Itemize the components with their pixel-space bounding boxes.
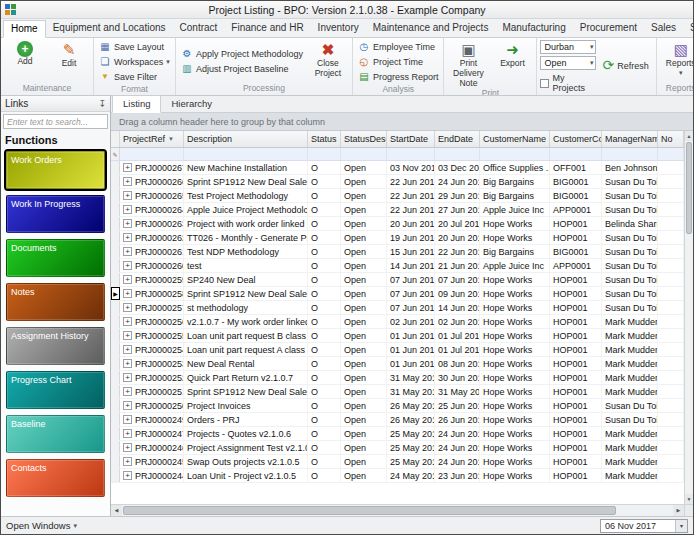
horizontal-scrollbar[interactable]: ◀ ▶ — [111, 504, 693, 516]
sidebar-item-work-orders[interactable]: Work Orders — [6, 151, 105, 189]
save-filter-button[interactable]: ▼ Save Filter — [97, 69, 172, 84]
expand-icon[interactable]: + — [123, 401, 132, 410]
column-header-managername[interactable]: ManagerName — [602, 131, 658, 147]
expand-icon[interactable]: + — [123, 317, 132, 326]
table-row[interactable]: +PRJ0000266Sprint SP1912 New Deal SaleOO… — [111, 175, 684, 189]
ribbon-tab-inventory[interactable]: Inventory — [311, 20, 366, 37]
table-row[interactable]: +PRJ0000256v2.1.0.7 - My work order link… — [111, 315, 684, 329]
export-button[interactable]: ➜ Export — [491, 39, 533, 88]
column-header-projectref[interactable]: ProjectRef▼ — [120, 131, 184, 147]
ribbon-tab-maintenance-and-projects[interactable]: Maintenance and Projects — [366, 20, 496, 37]
scroll-left-icon[interactable]: ◀ — [111, 505, 122, 516]
expand-icon[interactable]: + — [123, 373, 132, 382]
expand-icon[interactable]: + — [123, 331, 132, 340]
tab-hierarchy[interactable]: Hierarchy — [161, 96, 222, 112]
expand-icon[interactable]: + — [123, 443, 132, 452]
table-row[interactable]: +PRJ0000264Apple Juice Project Methodolo… — [111, 203, 684, 217]
column-header-enddate[interactable]: EndDate — [435, 131, 480, 147]
ribbon-tab-equipment-and-locations[interactable]: Equipment and Locations — [46, 20, 173, 37]
expand-icon[interactable]: + — [123, 163, 132, 172]
table-row[interactable]: +PRJ0000254Loan unit part request A clas… — [111, 343, 684, 357]
expand-icon[interactable]: + — [123, 303, 132, 312]
date-picker[interactable]: 06 Nov 2017 ▾ — [600, 519, 688, 533]
expand-icon[interactable]: + — [123, 345, 132, 354]
sidebar-item-baseline[interactable]: Baseline — [6, 415, 105, 453]
ribbon-tab-contract[interactable]: Contract — [173, 20, 225, 37]
scroll-up-icon[interactable]: ▲ — [685, 131, 693, 141]
expand-icon[interactable]: + — [123, 415, 132, 424]
filter-cell-startdate[interactable] — [387, 148, 435, 160]
close-project-button[interactable]: ✖ Close Project — [307, 39, 349, 83]
sidebar-item-progress-chart[interactable]: Progress Chart — [6, 371, 105, 409]
sidebar-item-work-in-progress[interactable]: Work In Progress — [6, 195, 105, 233]
expand-icon[interactable]: + — [123, 429, 132, 438]
expand-icon[interactable]: + — [123, 247, 132, 256]
status-select[interactable]: Open ▾ — [540, 56, 596, 70]
horizontal-scroll-thumb[interactable] — [123, 506, 616, 515]
project-time-button[interactable]: ◵ Project Time — [356, 54, 441, 69]
table-row[interactable]: +PRJ0000259SP240 New DealOOpen07 Jun 201… — [111, 273, 684, 287]
column-header-description[interactable]: Description — [184, 131, 308, 147]
ribbon-tab-manufacturing[interactable]: Manufacturing — [495, 20, 572, 37]
filter-cell-managername[interactable] — [602, 148, 658, 160]
table-row[interactable]: ▶+PRJ0000258Sprint SP1912 New Deal SaleO… — [111, 287, 684, 301]
expand-icon[interactable]: + — [123, 233, 132, 242]
filter-cell-no[interactable] — [658, 148, 684, 160]
table-row[interactable]: +PRJ0000257st methodologyOOpen07 Jun 201… — [111, 301, 684, 315]
ribbon-tab-home[interactable]: Home — [3, 20, 46, 38]
employee-time-button[interactable]: ◷ Employee Time — [356, 39, 441, 54]
table-row[interactable]: +PRJ0000262TT026 - Monthly - Generate Pr… — [111, 231, 684, 245]
table-row[interactable]: +PRJ0000250Project InvoicesOOpen26 May 2… — [111, 399, 684, 413]
filter-cell-statusdesc[interactable] — [341, 148, 387, 160]
sidebar-item-assignment-history[interactable]: Assignment History — [6, 327, 105, 365]
expand-icon[interactable]: + — [123, 261, 132, 270]
expand-icon[interactable]: + — [123, 359, 132, 368]
vertical-scrollbar[interactable]: ▲ ▼ — [684, 131, 693, 504]
table-row[interactable]: +PRJ0000251Sprint SP1912 New Deal SaleOO… — [111, 385, 684, 399]
table-row[interactable]: +PRJ0000244Loan Unit - Project v2.1.0.5O… — [111, 469, 684, 483]
filter-cell-customercode[interactable] — [550, 148, 602, 160]
column-header-customercode[interactable]: CustomerCode — [550, 131, 602, 147]
ribbon-tab-procurement[interactable]: Procurement — [573, 20, 644, 37]
reports-button[interactable]: ▧ Reports ▾ — [660, 39, 693, 83]
refresh-button[interactable]: ⟳ Refresh — [598, 39, 652, 93]
table-row[interactable]: +PRJ0000255Loan unit part request B clas… — [111, 329, 684, 343]
expand-icon[interactable]: + — [123, 275, 132, 284]
pin-icon[interactable]: ↧ — [98, 99, 106, 109]
vertical-scroll-thumb[interactable] — [686, 142, 692, 234]
table-row[interactable]: +PRJ0000245Swap Outs projects v2.1.0.5OO… — [111, 455, 684, 469]
search-input[interactable] — [3, 114, 108, 129]
ribbon-tab-service[interactable]: Service — [683, 20, 694, 37]
expand-icon[interactable]: + — [123, 457, 132, 466]
filter-cell-status[interactable] — [308, 148, 341, 160]
progress-report-button[interactable]: ▤ Progress Report — [356, 69, 441, 84]
table-row[interactable]: +PRJ0000261Test NDP MethodologyOOpen15 J… — [111, 245, 684, 259]
horizontal-scroll-track[interactable] — [617, 505, 673, 516]
scroll-right-icon[interactable]: ▶ — [673, 505, 684, 516]
column-header-statusdesc[interactable]: StatusDesc — [341, 131, 387, 147]
expand-icon[interactable]: + — [123, 387, 132, 396]
table-row[interactable]: +PRJ0000246Project Assignment Test v2.1.… — [111, 441, 684, 455]
column-header-startdate[interactable]: StartDate — [387, 131, 435, 147]
table-row[interactable]: +PRJ0000263Project with work order linke… — [111, 217, 684, 231]
sidebar-item-documents[interactable]: Documents — [6, 239, 105, 277]
workspaces-button[interactable]: ❏ Workspaces ▾ — [97, 54, 172, 69]
column-header-customername[interactable]: CustomerName — [480, 131, 550, 147]
sidebar-item-notes[interactable]: Notes — [6, 283, 105, 321]
expand-icon[interactable]: + — [123, 219, 132, 228]
my-projects-checkbox[interactable]: My Projects — [540, 73, 596, 93]
edit-button[interactable]: ✎ Edit — [48, 39, 90, 83]
filter-cell-enddate[interactable] — [435, 148, 480, 160]
table-row[interactable]: +PRJ0000260testOOpen14 Jun 201721 Jun 20… — [111, 259, 684, 273]
adjust-project-baseline-button[interactable]: ▥ Adjust Project Baseline — [179, 61, 305, 76]
apply-project-methodology-button[interactable]: ⚙ Apply Project Methodology — [179, 46, 305, 61]
open-windows-button[interactable]: Open Windows ▾ — [6, 520, 77, 531]
ribbon-tab-sales[interactable]: Sales — [644, 20, 683, 37]
ribbon-tab-finance-and-hr[interactable]: Finance and HR — [224, 20, 310, 37]
expand-icon[interactable]: + — [123, 177, 132, 186]
table-row[interactable]: +PRJ0000265Test Project MethodologyOOpen… — [111, 189, 684, 203]
scroll-down-icon[interactable]: ▼ — [685, 494, 693, 504]
filter-cell-customername[interactable] — [480, 148, 550, 160]
grid-filter-row[interactable]: ✎ — [111, 148, 684, 161]
sidebar-item-contacts[interactable]: Contacts — [6, 459, 105, 497]
